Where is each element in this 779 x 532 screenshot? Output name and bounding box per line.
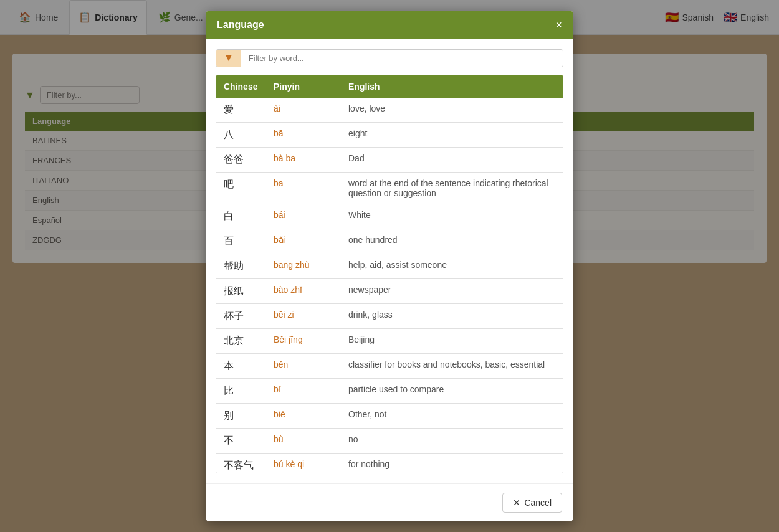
dict-english: particle used to compare <box>341 378 563 403</box>
dict-english: newspaper <box>341 278 563 303</box>
dict-table-row: 北京Běi jīngBeijing <box>216 328 563 353</box>
dict-english: Dad <box>341 147 563 172</box>
dict-english: one hundred <box>341 229 563 254</box>
dict-chinese: 杯子 <box>216 303 266 328</box>
dict-pinyin: bà ba <box>266 147 341 172</box>
dict-table-row: 报纸bào zhǐnewspaper <box>216 278 563 303</box>
dict-english: for nothing <box>341 453 563 473</box>
dict-english: love, love <box>341 98 563 123</box>
dict-chinese: 白 <box>216 204 266 229</box>
dict-english: Beijing <box>341 328 563 353</box>
language-modal: Language × ▼ Chinese Pinyin English <box>206 11 573 521</box>
dict-english: Other, not <box>341 403 563 428</box>
cancel-label: Cancel <box>524 498 552 508</box>
dict-table-row: 吧baword at the end of the sentence indic… <box>216 172 563 204</box>
dict-pinyin: bēi zi <box>266 303 341 328</box>
dict-chinese: 不 <box>216 428 266 453</box>
col-english: English <box>341 75 563 98</box>
modal-title: Language <box>217 19 264 31</box>
col-pinyin: Pinyin <box>266 75 341 98</box>
dict-pinyin: ba <box>266 172 341 204</box>
modal-footer: ✕ Cancel <box>206 483 573 521</box>
dict-table-row: 帮助bāng zhùhelp, aid, assist someone <box>216 254 563 278</box>
dict-english: word at the end of the sentence indicati… <box>341 172 563 204</box>
dict-table-row: 杯子bēi zidrink, glass <box>216 303 563 328</box>
dict-chinese: 别 <box>216 403 266 428</box>
dict-table-row: 比bǐparticle used to compare <box>216 378 563 403</box>
dict-pinyin: ài <box>266 98 341 123</box>
dict-chinese: 百 <box>216 229 266 254</box>
dict-table: Chinese Pinyin English 爱àilove, love八bāe… <box>216 75 563 473</box>
dict-table-row: 爸爸bà baDad <box>216 147 563 172</box>
dict-pinyin: bǎi <box>266 229 341 254</box>
dict-english: eight <box>341 122 563 147</box>
modal-body: ▼ Chinese Pinyin English 爱àilove, love八b… <box>206 39 573 483</box>
dict-table-row: 白báiWhite <box>216 204 563 229</box>
modal-close-button[interactable]: × <box>555 19 562 31</box>
modal-overlay: Language × ▼ Chinese Pinyin English <box>0 0 779 532</box>
dict-pinyin: Běi jīng <box>266 328 341 353</box>
dict-table-row: 不客气bú kè qifor nothing <box>216 453 563 473</box>
dict-english: drink, glass <box>341 303 563 328</box>
modal-header: Language × <box>206 11 573 39</box>
modal-filter-input[interactable] <box>241 49 563 67</box>
dict-chinese: 爱 <box>216 98 266 123</box>
modal-filter-bar: ▼ <box>216 49 563 67</box>
dict-table-row: 爱àilove, love <box>216 98 563 123</box>
dict-chinese: 本 <box>216 353 266 378</box>
dict-pinyin: bào zhǐ <box>266 278 341 303</box>
dict-chinese: 帮助 <box>216 254 266 278</box>
dict-pinyin: bǐ <box>266 378 341 403</box>
cancel-icon: ✕ <box>513 498 520 508</box>
dict-english: help, aid, assist someone <box>341 254 563 278</box>
dict-pinyin: bā <box>266 122 341 147</box>
dict-pinyin: bù <box>266 428 341 453</box>
dict-pinyin: běn <box>266 353 341 378</box>
dict-table-row: 本běnclassifier for books and notebooks, … <box>216 353 563 378</box>
dict-pinyin: bái <box>266 204 341 229</box>
dict-pinyin: bié <box>266 403 341 428</box>
dict-chinese: 爸爸 <box>216 147 266 172</box>
dict-english: no <box>341 428 563 453</box>
cancel-button[interactable]: ✕ Cancel <box>502 493 562 513</box>
dict-chinese: 不客气 <box>216 453 266 473</box>
dict-chinese: 北京 <box>216 328 266 353</box>
col-chinese: Chinese <box>216 75 266 98</box>
dict-table-wrapper[interactable]: Chinese Pinyin English 爱àilove, love八bāe… <box>216 75 563 473</box>
dict-english: White <box>341 204 563 229</box>
dict-pinyin: bāng zhù <box>266 254 341 278</box>
dict-table-row: 八bāeight <box>216 122 563 147</box>
dict-table-row: 不bùno <box>216 428 563 453</box>
dict-english: classifier for books and notebooks, basi… <box>341 353 563 378</box>
dict-pinyin: bú kè qi <box>266 453 341 473</box>
dict-table-row: 别biéOther, not <box>216 403 563 428</box>
dict-chinese: 比 <box>216 378 266 403</box>
dict-table-row: 百bǎione hundred <box>216 229 563 254</box>
dict-chinese: 八 <box>216 122 266 147</box>
dict-chinese: 吧 <box>216 172 266 204</box>
dict-chinese: 报纸 <box>216 278 266 303</box>
modal-filter-icon-btn[interactable]: ▼ <box>216 49 241 67</box>
